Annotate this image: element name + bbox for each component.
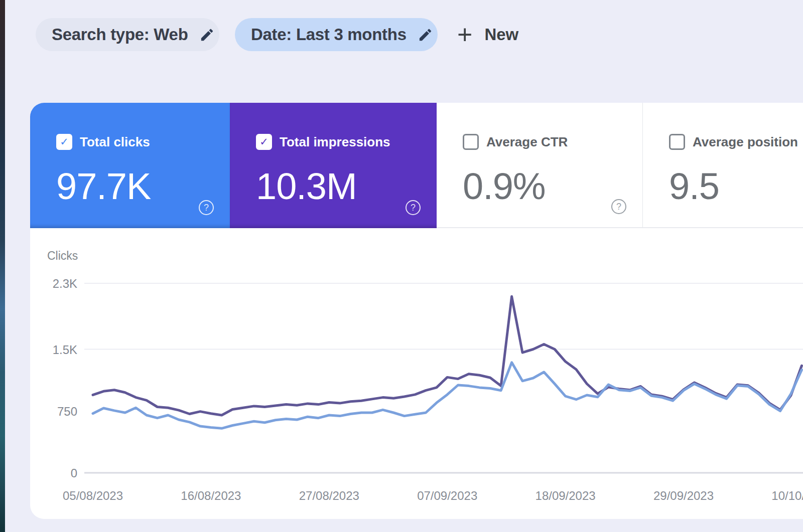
- help-icon[interactable]: [611, 199, 626, 214]
- metric-label: Average position: [693, 134, 798, 150]
- checkbox-unchecked-icon[interactable]: [463, 134, 479, 150]
- svg-text:1.5K: 1.5K: [53, 343, 77, 357]
- performance-panel: Total clicks 97.7K Total impressions 10.…: [30, 103, 803, 519]
- new-button-label: New: [484, 25, 518, 44]
- metric-check-row: Average CTR: [463, 134, 642, 150]
- svg-text:05/08/2023: 05/08/2023: [63, 489, 123, 502]
- svg-text:29/09/2023: 29/09/2023: [653, 489, 714, 502]
- metric-card-total-clicks[interactable]: Total clicks 97.7K: [30, 103, 230, 228]
- svg-text:0: 0: [71, 466, 77, 480]
- metrics-row: Total clicks 97.7K Total impressions 10.…: [30, 103, 803, 228]
- svg-text:2.3K: 2.3K: [53, 277, 77, 290]
- metric-check-row: Total clicks: [56, 134, 230, 150]
- checkbox-unchecked-icon[interactable]: [669, 134, 685, 150]
- plus-icon: +: [457, 22, 472, 48]
- metric-value: 9.5: [669, 165, 803, 208]
- metric-check-row: Total impressions: [256, 134, 437, 150]
- checkbox-checked-icon[interactable]: [256, 134, 272, 150]
- metric-label: Average CTR: [486, 134, 568, 150]
- metric-label: Total impressions: [280, 134, 390, 150]
- metric-card-average-position[interactable]: Average position 9.5: [642, 103, 803, 228]
- new-filter-button[interactable]: + New: [457, 22, 518, 48]
- window-edge-strip: [0, 0, 5, 532]
- svg-text:750: 750: [57, 405, 77, 418]
- svg-text:18/09/2023: 18/09/2023: [536, 489, 596, 502]
- help-icon[interactable]: [199, 200, 214, 215]
- svg-text:16/08/2023: 16/08/2023: [181, 489, 241, 502]
- checkbox-checked-icon[interactable]: [56, 134, 72, 150]
- svg-text:07/09/2023: 07/09/2023: [417, 489, 477, 502]
- search-type-filter-chip[interactable]: Search type: Web: [36, 18, 219, 51]
- svg-text:27/08/2023: 27/08/2023: [299, 489, 359, 502]
- svg-text:10/10/2023: 10/10/2023: [771, 489, 803, 502]
- edit-pencil-icon: [418, 27, 433, 43]
- metric-card-total-impressions[interactable]: Total impressions 10.3M: [230, 103, 437, 228]
- date-chip-label: Date: Last 3 months: [251, 25, 407, 44]
- metric-label: Total clicks: [80, 134, 150, 150]
- search-type-chip-label: Search type: Web: [52, 25, 188, 44]
- date-range-filter-chip[interactable]: Date: Last 3 months: [235, 18, 438, 51]
- filter-bar: Search type: Web Date: Last 3 months + N…: [36, 18, 518, 51]
- performance-chart: Clicks 2.3K1.5K750005/08/202316/08/20232…: [30, 228, 803, 519]
- metric-card-average-ctr[interactable]: Average CTR 0.9%: [437, 103, 642, 228]
- edit-pencil-icon: [199, 27, 215, 43]
- help-icon[interactable]: [406, 200, 421, 215]
- line-chart-canvas[interactable]: 2.3K1.5K750005/08/202316/08/202327/08/20…: [30, 228, 803, 519]
- metric-check-row: Average position: [669, 134, 803, 150]
